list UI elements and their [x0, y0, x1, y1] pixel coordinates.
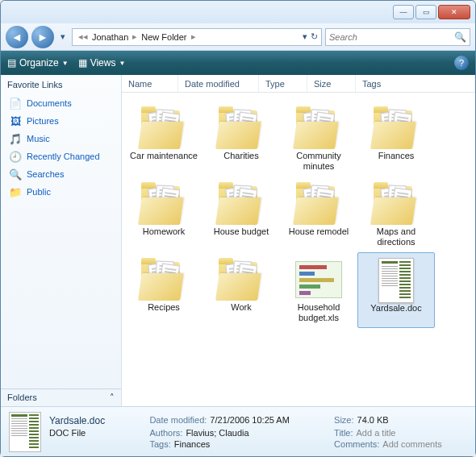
details-size-label: Size:	[334, 415, 353, 426]
item-label: Work	[231, 302, 251, 313]
col-name[interactable]: Name	[122, 75, 178, 92]
col-size[interactable]: Size	[307, 75, 356, 92]
favorites-header: Favorite Links	[1, 75, 121, 94]
file-item[interactable]: Car maintenance	[125, 101, 203, 177]
chevron-down-icon: ▼	[119, 60, 125, 67]
file-item[interactable]: Finances	[357, 101, 435, 177]
sidebar-item-pictures[interactable]: 🖼Pictures	[1, 112, 121, 130]
details-pane: Yardsale.doc Date modified:7/21/2006 10:…	[1, 406, 475, 456]
item-label: Homework	[143, 226, 186, 237]
sidebar-item-documents[interactable]: 📄Documents	[1, 94, 121, 112]
item-label: House remodel	[289, 226, 349, 237]
details-info: Yardsale.doc Date modified:7/21/2006 10:…	[49, 415, 467, 449]
details-comments[interactable]: Add comments	[382, 439, 441, 449]
file-item[interactable]: Charities	[203, 101, 280, 177]
file-item[interactable]: Household budget.xls	[280, 252, 357, 328]
views-button[interactable]: ▦ Views ▼	[78, 57, 126, 69]
breadcrumb-chevron-icon[interactable]: ▸	[130, 31, 140, 42]
maximize-button[interactable]: ▭	[415, 5, 436, 19]
item-label: Finances	[378, 151, 415, 161]
item-label: Household budget.xls	[282, 302, 356, 323]
details-comments-label: Comments:	[334, 439, 379, 449]
col-date[interactable]: Date modified	[178, 75, 259, 92]
details-tags-label: Tags:	[149, 439, 170, 449]
file-item[interactable]: Maps and directions	[357, 177, 435, 252]
folders-pane-toggle[interactable]: Folders ˄	[1, 388, 121, 406]
sidebar-item-label: Pictures	[27, 116, 59, 126]
toolbar: ▤ Organize ▼ ▦ Views ▼ ?	[1, 51, 475, 75]
organize-icon: ▤	[7, 57, 16, 69]
file-item[interactable]: Recipes	[125, 252, 203, 328]
chevron-up-icon: ˄	[110, 393, 115, 403]
item-label: Recipes	[148, 302, 180, 313]
item-label: House budget	[214, 226, 269, 237]
content-area: Favorite Links 📄Documents 🖼Pictures 🎵Mus…	[1, 75, 475, 406]
views-label: Views	[90, 57, 116, 69]
details-filetype: DOC File	[49, 428, 86, 438]
nav-row: ◄ ► ▾ ◂◂ Jonathan ▸ New Folder ▸ ▾ ↻ 🔍	[1, 23, 475, 51]
pictures-icon: 🖼	[9, 114, 22, 127]
sidebar-item-label: Searches	[27, 169, 64, 179]
file-item[interactable]: House remodel	[280, 177, 357, 252]
sidebar-item-label: Music	[27, 134, 50, 143]
music-icon: 🎵	[9, 132, 22, 145]
details-authors-label: Authors:	[149, 428, 182, 438]
col-tags[interactable]: Tags	[356, 75, 475, 92]
file-item[interactable]: Community minutes	[280, 101, 357, 177]
file-item[interactable]: Homework	[125, 177, 203, 252]
organize-label: Organize	[19, 57, 59, 69]
documents-icon: 📄	[9, 97, 22, 110]
sidebar-item-public[interactable]: 📁Public	[1, 183, 121, 201]
search-input[interactable]	[329, 32, 454, 42]
main-pane: Name Date modified Type Size Tags Car ma…	[122, 75, 475, 406]
sidebar-item-searches[interactable]: 🔍Searches	[1, 165, 121, 183]
public-icon: 📁	[9, 185, 22, 198]
views-icon: ▦	[78, 57, 87, 69]
items-grid[interactable]: Car maintenanceCharitiesCommunity minute…	[122, 93, 475, 406]
item-label: Community minutes	[282, 151, 356, 172]
column-headers: Name Date modified Type Size Tags	[122, 75, 475, 93]
titlebar: — ▭ ✕	[1, 1, 475, 23]
minimize-button[interactable]: —	[393, 5, 414, 19]
details-title-label: Title:	[334, 428, 353, 438]
sidebar: Favorite Links 📄Documents 🖼Pictures 🎵Mus…	[1, 75, 122, 406]
file-item[interactable]: House budget	[203, 177, 280, 252]
back-button[interactable]: ◄	[6, 26, 28, 48]
details-title[interactable]: Add a title	[357, 428, 396, 438]
item-label: Charities	[223, 151, 258, 161]
sidebar-item-music[interactable]: 🎵Music	[1, 130, 121, 147]
explorer-window: — ▭ ✕ ◄ ► ▾ ◂◂ Jonathan ▸ New Folder ▸ ▾…	[0, 0, 476, 457]
help-button[interactable]: ?	[454, 56, 469, 70]
details-size: 74.0 KB	[357, 415, 389, 426]
details-filename: Yardsale.doc	[49, 415, 105, 426]
searches-icon: 🔍	[9, 168, 22, 181]
breadcrumb-seg1[interactable]: Jonathan	[90, 32, 130, 42]
item-label: Yardsale.doc	[370, 303, 421, 314]
details-thumbnail	[9, 412, 41, 452]
breadcrumb-seg2[interactable]: New Folder	[140, 32, 188, 42]
details-date-label: Date modified:	[149, 415, 207, 426]
breadcrumb-root-chevron[interactable]: ◂◂	[76, 31, 90, 42]
chevron-down-icon: ▼	[62, 60, 69, 67]
breadcrumb[interactable]: ◂◂ Jonathan ▸ New Folder ▸ ▾ ↻	[72, 28, 322, 46]
search-icon[interactable]: 🔍	[454, 31, 466, 43]
file-item[interactable]: Work	[203, 252, 280, 328]
recent-icon: 🕘	[9, 150, 22, 163]
details-date: 7/21/2006 10:25 AM	[210, 415, 289, 426]
sidebar-item-recent[interactable]: 🕘Recently Changed	[1, 147, 121, 165]
search-box[interactable]: 🔍	[325, 28, 470, 46]
breadcrumb-dropdown-icon[interactable]: ▾	[303, 31, 307, 42]
details-tags[interactable]: Finances	[174, 439, 211, 449]
nav-history-dropdown[interactable]: ▾	[57, 29, 69, 45]
organize-button[interactable]: ▤ Organize ▼	[7, 57, 69, 69]
sidebar-item-label: Documents	[27, 98, 72, 108]
details-authors[interactable]: Flavius; Claudia	[186, 428, 248, 438]
item-label: Car maintenance	[130, 151, 198, 161]
file-item[interactable]: Yardsale.doc	[357, 252, 435, 328]
col-type[interactable]: Type	[259, 75, 307, 92]
breadcrumb-chevron-icon[interactable]: ▸	[189, 31, 198, 42]
close-button[interactable]: ✕	[438, 5, 470, 19]
item-label: Maps and directions	[359, 226, 433, 247]
refresh-button[interactable]: ↻	[311, 31, 318, 42]
forward-button[interactable]: ►	[31, 26, 54, 48]
